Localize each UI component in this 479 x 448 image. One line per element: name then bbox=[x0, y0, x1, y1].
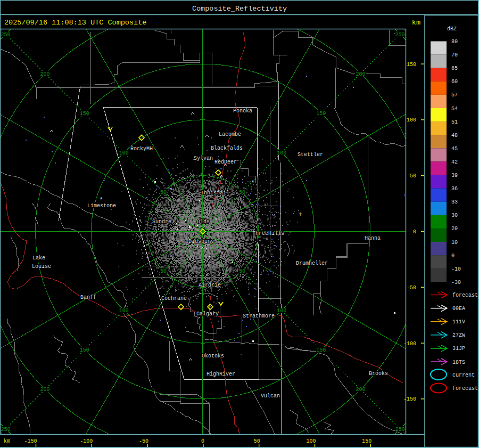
svg-text:100: 100 bbox=[407, 117, 416, 123]
svg-text:Okotoks: Okotoks bbox=[202, 353, 224, 359]
svg-text:50: 50 bbox=[239, 268, 245, 274]
svg-text:10: 10 bbox=[451, 240, 458, 246]
svg-text:Innisfail: Innisfail bbox=[201, 190, 229, 196]
svg-text:150: 150 bbox=[316, 111, 326, 117]
svg-text:Composite_Reflectivity: Composite_Reflectivity bbox=[192, 5, 287, 13]
svg-text:100: 100 bbox=[277, 308, 286, 314]
svg-text:70: 70 bbox=[451, 52, 458, 58]
svg-text:km: km bbox=[4, 438, 10, 444]
svg-text:Vulcan: Vulcan bbox=[261, 393, 280, 399]
svg-text:Louise: Louise bbox=[32, 264, 51, 270]
svg-text:60: 60 bbox=[451, 79, 458, 85]
svg-text:Blackfalds: Blackfalds bbox=[211, 145, 243, 151]
svg-text:30: 30 bbox=[451, 213, 458, 218]
svg-text:42: 42 bbox=[451, 159, 458, 165]
svg-text:100: 100 bbox=[119, 308, 129, 314]
svg-text:57: 57 bbox=[451, 92, 458, 98]
svg-text:50: 50 bbox=[239, 190, 245, 196]
svg-text:2025/09/16 11:08:13 UTC Compos: 2025/09/16 11:08:13 UTC Composite bbox=[4, 19, 146, 27]
svg-text:Sundre: Sundre bbox=[152, 219, 171, 225]
svg-text:18TS: 18TS bbox=[452, 360, 465, 365]
svg-text:65: 65 bbox=[451, 66, 458, 71]
svg-text:50: 50 bbox=[254, 438, 260, 444]
svg-text:50: 50 bbox=[160, 268, 167, 274]
svg-text:-100: -100 bbox=[80, 438, 93, 444]
svg-text:Lacombe: Lacombe bbox=[219, 132, 241, 137]
svg-text:100: 100 bbox=[119, 150, 129, 156]
svg-text:150: 150 bbox=[80, 347, 89, 353]
svg-text:20: 20 bbox=[451, 226, 458, 232]
svg-text:150: 150 bbox=[80, 111, 89, 117]
svg-text:Banff: Banff bbox=[80, 295, 96, 300]
svg-text:Brooks: Brooks bbox=[369, 371, 388, 377]
svg-text:-50: -50 bbox=[139, 438, 148, 444]
svg-text:Ponoka: Ponoka bbox=[233, 108, 252, 114]
svg-text:0: 0 bbox=[201, 438, 204, 444]
svg-text:09EA: 09EA bbox=[452, 306, 465, 312]
svg-text:Olds: Olds bbox=[197, 219, 210, 225]
svg-text:-30: -30 bbox=[451, 280, 461, 286]
svg-text:Hanna: Hanna bbox=[365, 235, 381, 241]
svg-text:+: + bbox=[298, 211, 302, 218]
svg-text:Lake: Lake bbox=[32, 255, 45, 261]
svg-text:45: 45 bbox=[451, 146, 458, 152]
svg-text:km: km bbox=[412, 19, 420, 27]
svg-text:31JP: 31JP bbox=[452, 346, 465, 352]
svg-text:-150: -150 bbox=[403, 396, 416, 402]
svg-text:*: * bbox=[99, 197, 103, 204]
svg-text:200: 200 bbox=[40, 387, 50, 393]
svg-text:250: 250 bbox=[1, 32, 10, 38]
svg-text:-10: -10 bbox=[451, 266, 461, 272]
svg-text:54: 54 bbox=[451, 106, 458, 112]
svg-text:current: current bbox=[452, 372, 475, 378]
svg-text:48: 48 bbox=[451, 133, 458, 139]
svg-text:100: 100 bbox=[277, 150, 286, 156]
svg-text:150: 150 bbox=[316, 347, 326, 353]
svg-text:111V: 111V bbox=[452, 319, 465, 325]
svg-text:ThreeHills: ThreeHills bbox=[252, 231, 284, 237]
svg-text:Calgary: Calgary bbox=[196, 311, 219, 317]
svg-text:250: 250 bbox=[395, 427, 404, 433]
svg-text:RockyMH: RockyMH bbox=[130, 146, 153, 152]
svg-text:Didsbury: Didsbury bbox=[188, 239, 214, 245]
svg-text:50: 50 bbox=[410, 173, 416, 179]
svg-text:Sylvan: Sylvan bbox=[194, 156, 213, 161]
svg-text:HighRiver: HighRiver bbox=[207, 371, 235, 377]
svg-text:Cochrane: Cochrane bbox=[161, 296, 187, 302]
svg-text:27ZW: 27ZW bbox=[452, 332, 465, 338]
svg-text:*: * bbox=[251, 180, 254, 187]
svg-text:250: 250 bbox=[1, 427, 10, 433]
svg-text:50: 50 bbox=[160, 190, 167, 196]
svg-text:Drumheller: Drumheller bbox=[296, 260, 328, 266]
svg-text:39: 39 bbox=[451, 173, 458, 178]
svg-text:dBZ: dBZ bbox=[447, 26, 457, 32]
svg-text:-100: -100 bbox=[403, 341, 416, 347]
svg-text:Stettler: Stettler bbox=[298, 152, 323, 158]
svg-text:100: 100 bbox=[306, 438, 316, 444]
svg-text:Airdrie: Airdrie bbox=[199, 282, 221, 288]
svg-text:33: 33 bbox=[451, 199, 458, 205]
svg-text:80: 80 bbox=[451, 39, 458, 45]
svg-text:-50: -50 bbox=[407, 285, 416, 291]
svg-text:200: 200 bbox=[356, 387, 365, 393]
svg-text:forecast: forecast bbox=[452, 386, 478, 392]
svg-text:forecast: forecast bbox=[452, 292, 478, 298]
svg-text:150: 150 bbox=[362, 438, 371, 444]
svg-text:250: 250 bbox=[395, 32, 404, 38]
svg-text:-150: -150 bbox=[24, 438, 37, 444]
svg-text:36: 36 bbox=[451, 186, 458, 192]
svg-text:0: 0 bbox=[451, 253, 455, 259]
svg-text:51: 51 bbox=[451, 119, 458, 125]
svg-text:Strathmore: Strathmore bbox=[243, 313, 275, 319]
svg-text:200: 200 bbox=[40, 71, 50, 77]
svg-text:200: 200 bbox=[356, 71, 365, 77]
svg-text:150: 150 bbox=[407, 62, 416, 68]
svg-text:0: 0 bbox=[413, 229, 416, 235]
